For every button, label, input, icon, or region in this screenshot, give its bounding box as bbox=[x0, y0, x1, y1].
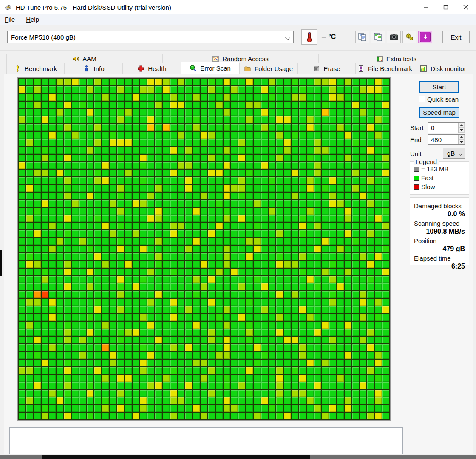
start-field[interactable]: 0 bbox=[428, 122, 465, 133]
map-cell bbox=[117, 177, 124, 184]
map-cell bbox=[367, 253, 374, 260]
map-cell bbox=[246, 375, 253, 382]
map-cell bbox=[72, 79, 79, 85]
map-cell bbox=[231, 322, 238, 329]
map-cell bbox=[178, 79, 185, 85]
copy-text-button[interactable] bbox=[355, 31, 369, 43]
map-cell bbox=[163, 230, 170, 237]
tab-health[interactable]: Health bbox=[123, 63, 181, 74]
map-cell bbox=[170, 238, 177, 245]
map-cell bbox=[329, 337, 336, 343]
map-cell bbox=[352, 132, 359, 139]
map-cell bbox=[367, 230, 374, 237]
map-cell bbox=[87, 367, 94, 374]
tab-error-scan[interactable]: Error Scan bbox=[181, 62, 239, 74]
map-cell bbox=[49, 79, 56, 85]
map-cell bbox=[337, 291, 344, 298]
speed-map-button[interactable]: Speed map bbox=[419, 107, 459, 118]
map-cell bbox=[367, 124, 374, 131]
options-button[interactable] bbox=[402, 31, 416, 43]
end-field[interactable]: 480 bbox=[428, 134, 465, 145]
map-cell bbox=[102, 276, 109, 283]
quick-scan-checkbox[interactable] bbox=[419, 96, 425, 102]
map-cell bbox=[238, 200, 245, 207]
scan-log-textbox[interactable] bbox=[9, 427, 403, 454]
map-cell bbox=[155, 405, 162, 412]
map-cell bbox=[307, 405, 314, 412]
map-cell bbox=[322, 261, 329, 268]
map-cell bbox=[269, 185, 276, 192]
map-cell bbox=[224, 306, 230, 313]
map-cell bbox=[329, 397, 336, 404]
tab-aam[interactable]: AAM bbox=[6, 54, 162, 63]
minimize-button[interactable] bbox=[416, 0, 436, 14]
map-cell bbox=[140, 124, 147, 131]
map-cell bbox=[231, 344, 238, 351]
exit-button[interactable]: Exit bbox=[442, 31, 470, 43]
map-cell bbox=[337, 139, 344, 146]
map-cell bbox=[329, 261, 336, 268]
map-cell bbox=[42, 413, 48, 419]
menu-help[interactable]: Help bbox=[26, 16, 39, 23]
tab-disk-monitor[interactable]: Disk monitor bbox=[414, 63, 472, 74]
map-cell bbox=[79, 352, 86, 359]
spin-up-button[interactable] bbox=[459, 123, 465, 128]
tab-erase[interactable]: Erase bbox=[298, 63, 356, 74]
map-cell bbox=[224, 86, 230, 93]
map-cell bbox=[276, 413, 283, 419]
map-cell bbox=[125, 261, 132, 268]
map-cell bbox=[292, 253, 298, 260]
spin-down-button[interactable] bbox=[459, 128, 465, 133]
map-cell bbox=[94, 177, 101, 184]
spin-down-button[interactable] bbox=[459, 140, 465, 145]
tab-file-benchmark[interactable]: File Benchmark bbox=[356, 63, 414, 74]
map-cell bbox=[375, 283, 382, 290]
map-cell bbox=[360, 276, 367, 283]
map-cell bbox=[178, 215, 185, 222]
tab-extra-tests[interactable]: Extra tests bbox=[318, 54, 474, 63]
map-cell bbox=[261, 132, 268, 139]
unit-dropdown[interactable]: gB bbox=[443, 148, 465, 159]
map-cell bbox=[314, 200, 321, 207]
tab-benchmark[interactable]: Benchmark bbox=[6, 63, 65, 74]
map-cell bbox=[57, 306, 63, 313]
map-cell bbox=[208, 200, 215, 207]
drive-select-dropdown[interactable]: Force MP510 (480 gB) bbox=[7, 31, 294, 43]
map-cell bbox=[261, 147, 268, 154]
close-button[interactable] bbox=[456, 0, 476, 14]
save-screenshot-button[interactable] bbox=[418, 31, 432, 43]
map-cell bbox=[254, 116, 261, 123]
screenshot-button[interactable] bbox=[387, 31, 401, 43]
map-cell bbox=[276, 352, 283, 359]
map-cell bbox=[382, 102, 389, 108]
spin-up-button[interactable] bbox=[459, 135, 465, 140]
map-cell bbox=[178, 193, 185, 199]
map-cell bbox=[42, 367, 48, 374]
map-cell bbox=[375, 261, 382, 268]
map-cell bbox=[352, 269, 359, 275]
map-cell bbox=[42, 276, 48, 283]
map-cell bbox=[345, 102, 351, 108]
copy-image-button[interactable] bbox=[371, 31, 385, 43]
map-cell bbox=[87, 147, 94, 154]
tab-info[interactable]: Info bbox=[65, 63, 123, 74]
map-cell bbox=[360, 322, 367, 329]
map-cell bbox=[382, 299, 389, 306]
map-cell bbox=[276, 360, 283, 366]
menu-file[interactable]: File bbox=[5, 16, 15, 23]
map-cell bbox=[208, 299, 215, 306]
map-cell bbox=[170, 299, 177, 306]
map-cell bbox=[238, 116, 245, 123]
map-cell bbox=[26, 276, 33, 283]
map-cell bbox=[367, 200, 374, 207]
start-button[interactable]: Start bbox=[419, 81, 459, 93]
map-cell bbox=[367, 360, 374, 366]
map-cell bbox=[382, 116, 389, 123]
triangle-down-icon bbox=[460, 141, 463, 143]
maximize-button[interactable] bbox=[436, 0, 456, 14]
map-cell bbox=[163, 155, 170, 162]
temperature-button[interactable] bbox=[301, 29, 317, 45]
map-cell bbox=[87, 139, 94, 146]
tab-folder-usage[interactable]: Folder Usage bbox=[239, 63, 298, 74]
map-cell bbox=[57, 155, 63, 162]
